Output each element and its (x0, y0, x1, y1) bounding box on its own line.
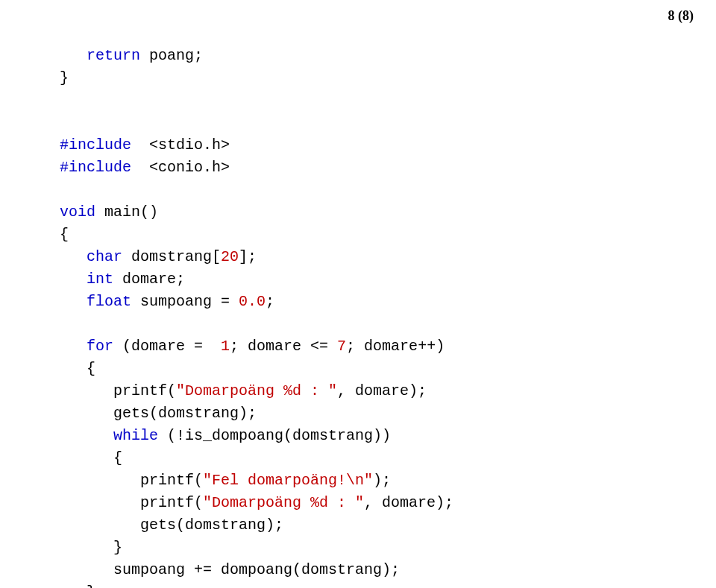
code-text: ]; (239, 248, 257, 265)
code-text: poang; (140, 47, 203, 64)
code-text: domare; (113, 271, 185, 288)
code-text: sumpoang += dompoang(domstrang); (60, 561, 400, 578)
code-text: <conio.h> (131, 159, 230, 176)
number-literal: 0.0 (239, 293, 266, 310)
code-text: , domare); (364, 494, 453, 511)
code-text: , domare); (337, 382, 427, 399)
code-text: { (60, 360, 95, 377)
code-text: { (60, 226, 69, 243)
keyword-return: return (60, 47, 140, 64)
code-text: printf( (60, 382, 176, 399)
preproc-include: #include (60, 136, 131, 154)
number-literal: 7 (337, 338, 346, 355)
preproc-include: #include (60, 159, 131, 176)
code-text: } (60, 584, 95, 588)
keyword-char: char (60, 248, 122, 265)
code-text: domstrang[ (122, 248, 221, 265)
code-text: printf( (60, 472, 203, 489)
code-text: ; domare <= (230, 338, 337, 355)
code-text: ; domare++) (346, 338, 445, 355)
code-text: gets(domstrang); (60, 405, 257, 422)
keyword-while: while (60, 427, 158, 444)
code-text: } (60, 539, 122, 556)
number-literal: 20 (221, 248, 239, 265)
string-literal: "Fel domarpoäng!\n" (203, 472, 373, 489)
code-text: } (60, 69, 69, 86)
code-text: sumpoang = (131, 293, 239, 310)
page-number: 8 (8) (668, 6, 694, 26)
string-literal: "Domarpoäng %d : " (176, 382, 337, 399)
keyword-void: void (60, 203, 95, 221)
keyword-float: float (60, 293, 131, 310)
code-text: { (60, 449, 122, 467)
code-text: ; (266, 293, 274, 310)
code-text: printf( (60, 494, 203, 511)
code-text: gets(domstrang); (60, 516, 283, 534)
code-text: main() (95, 203, 158, 221)
keyword-for: for (60, 338, 113, 355)
number-literal: 1 (221, 338, 230, 355)
code-text: (!is_dompoang(domstrang)) (158, 427, 391, 444)
code-text: <stdio.h> (131, 136, 230, 154)
code-block: return poang; } #include <stdio.h> #incl… (60, 45, 480, 588)
code-text: (domare = (113, 338, 221, 355)
string-literal: "Domarpoäng %d : " (203, 494, 364, 511)
keyword-int: int (60, 271, 113, 288)
code-text: ); (373, 472, 391, 489)
